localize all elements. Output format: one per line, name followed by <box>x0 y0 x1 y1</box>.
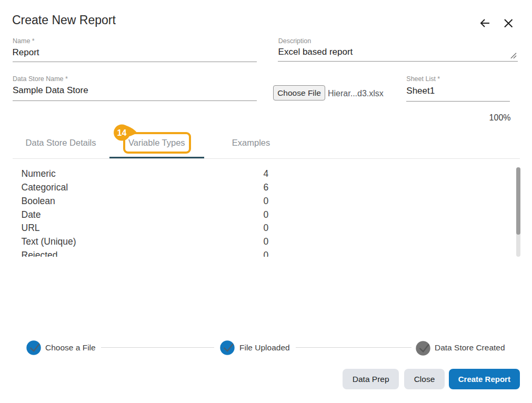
svg-text:14: 14 <box>117 128 127 137</box>
